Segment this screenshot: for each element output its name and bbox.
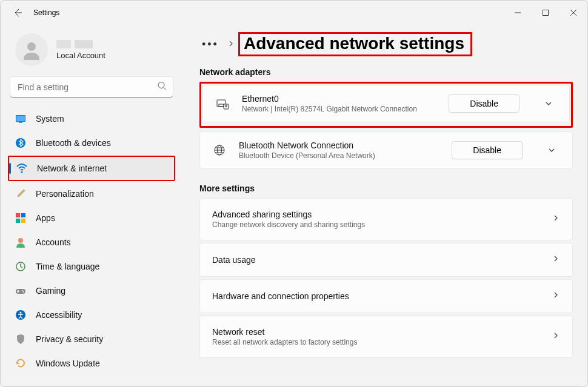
- disable-button[interactable]: Disable: [452, 141, 523, 159]
- setting-advanced-sharing[interactable]: Advanced sharing settings Change network…: [199, 198, 573, 240]
- sidebar-item-label: Windows Update: [36, 359, 100, 368]
- chevron-right-icon: [552, 214, 560, 225]
- profile-info: Local Account: [56, 40, 105, 60]
- sidebar-item-windows-update[interactable]: Windows Update: [8, 352, 175, 375]
- svg-rect-22: [17, 291, 19, 292]
- profile-block[interactable]: Local Account: [8, 25, 175, 77]
- setting-title: Data usage: [212, 255, 552, 265]
- update-icon: [15, 358, 26, 369]
- adapter-info: Ethernet0 Network | Intel(R) 82574L Giga…: [242, 94, 436, 113]
- adapter-row-bluetooth[interactable]: Bluetooth Network Connection Bluetooth D…: [200, 132, 572, 168]
- page-title: Advanced network settings: [244, 34, 464, 53]
- close-button[interactable]: [560, 1, 587, 25]
- adapter-name: Ethernet0: [242, 94, 436, 104]
- highlight-annotation: Ethernet0 Network | Intel(R) 82574L Giga…: [199, 82, 573, 128]
- back-button[interactable]: [10, 5, 25, 20]
- globe-icon: [212, 143, 227, 157]
- person-icon: [15, 237, 26, 248]
- sidebar-item-accounts[interactable]: Accounts: [8, 231, 175, 254]
- sidebar-item-label: Bluetooth & devices: [36, 138, 111, 148]
- titlebar: Settings: [1, 1, 587, 25]
- expand-button[interactable]: [540, 99, 557, 108]
- gamepad-icon: [15, 285, 26, 296]
- chevron-right-icon: [552, 291, 560, 302]
- svg-rect-14: [16, 219, 20, 223]
- profile-name-redacted: [56, 40, 105, 48]
- svg-rect-15: [21, 219, 25, 223]
- display-icon: [15, 113, 26, 124]
- sidebar-item-label: Privacy & security: [36, 334, 103, 344]
- setting-data-usage[interactable]: Data usage: [199, 243, 573, 277]
- window-title: Settings: [33, 8, 59, 17]
- breadcrumb: ••• Advanced network settings: [199, 32, 573, 56]
- avatar: [15, 33, 48, 66]
- sidebar-item-label: Accessibility: [36, 310, 82, 320]
- svg-point-20: [23, 291, 24, 293]
- svg-point-19: [22, 290, 23, 291]
- adapter-row-ethernet[interactable]: Ethernet0 Network | Intel(R) 82574L Giga…: [203, 85, 569, 122]
- search-icon: [158, 82, 167, 93]
- sidebar-item-label: Network & internet: [37, 164, 107, 173]
- maximize-button[interactable]: [532, 1, 560, 25]
- window-controls: [504, 1, 587, 25]
- sidebar-item-bluetooth[interactable]: Bluetooth & devices: [8, 131, 175, 154]
- sidebar-item-label: Personalization: [36, 189, 94, 199]
- setting-title: Network reset: [212, 327, 552, 337]
- paintbrush-icon: [15, 188, 26, 199]
- sidebar-item-personalization[interactable]: Personalization: [8, 182, 175, 205]
- svg-point-11: [21, 171, 23, 173]
- adapter-name: Bluetooth Network Connection: [239, 141, 439, 150]
- setting-subtitle: Reset all network adapters to factory se…: [212, 338, 552, 346]
- adapter-description: Network | Intel(R) 82574L Gigabit Networ…: [242, 105, 436, 113]
- wifi-icon: [16, 163, 27, 174]
- sidebar-item-label: System: [36, 114, 64, 124]
- accessibility-icon: [15, 309, 26, 320]
- section-heading-more: More settings: [199, 184, 573, 193]
- sidebar-item-label: Apps: [36, 213, 55, 223]
- apps-icon: [15, 213, 26, 223]
- svg-point-16: [18, 238, 23, 243]
- highlight-annotation: Network & internet: [8, 156, 175, 181]
- sidebar: Local Account System Bluetooth & devices: [1, 25, 182, 387]
- svg-line-6: [164, 88, 166, 90]
- svg-rect-8: [16, 116, 25, 121]
- svg-point-24: [20, 312, 22, 314]
- sidebar-item-privacy[interactable]: Privacy & security: [8, 328, 175, 351]
- svg-rect-26: [219, 104, 224, 107]
- sidebar-item-label: Gaming: [36, 286, 65, 296]
- setting-hardware-properties[interactable]: Hardware and connection properties: [199, 279, 573, 313]
- adapter-description: Bluetooth Device (Personal Area Network): [239, 151, 439, 160]
- highlight-annotation: Advanced network settings: [238, 32, 472, 56]
- breadcrumb-more-button[interactable]: •••: [199, 37, 221, 52]
- expand-button[interactable]: [543, 146, 560, 154]
- sidebar-item-network[interactable]: Network & internet: [9, 157, 174, 180]
- disable-button[interactable]: Disable: [449, 94, 520, 113]
- sidebar-item-label: Accounts: [36, 237, 71, 247]
- svg-rect-12: [16, 213, 20, 217]
- shield-icon: [15, 334, 26, 345]
- section-heading-adapters: Network adapters: [199, 67, 573, 77]
- sidebar-item-apps[interactable]: Apps: [8, 207, 175, 230]
- sidebar-item-gaming[interactable]: Gaming: [8, 279, 175, 302]
- minimize-button[interactable]: [504, 1, 532, 25]
- sidebar-item-label: Time & language: [36, 262, 99, 271]
- setting-title: Hardware and connection properties: [212, 291, 552, 301]
- search-input[interactable]: [10, 77, 173, 98]
- sidebar-item-time-language[interactable]: Time & language: [8, 255, 175, 278]
- clock-globe-icon: [15, 261, 26, 272]
- ethernet-icon: [215, 96, 230, 111]
- nav-list: System Bluetooth & devices Network & int…: [8, 107, 175, 375]
- sidebar-item-accessibility[interactable]: Accessibility: [8, 303, 175, 326]
- main-content: ••• Advanced network settings Network ad…: [182, 25, 587, 387]
- chevron-right-icon: [227, 39, 235, 50]
- svg-rect-1: [543, 10, 549, 16]
- chevron-right-icon: [552, 331, 560, 342]
- setting-network-reset[interactable]: Network reset Reset all network adapters…: [199, 316, 573, 358]
- chevron-right-icon: [552, 254, 560, 265]
- svg-rect-9: [19, 122, 22, 123]
- profile-account-type: Local Account: [56, 51, 105, 60]
- setting-subtitle: Change network discovery and sharing set…: [212, 220, 552, 229]
- bluetooth-icon: [15, 137, 26, 148]
- setting-title: Advanced sharing settings: [212, 210, 552, 219]
- sidebar-item-system[interactable]: System: [8, 107, 175, 130]
